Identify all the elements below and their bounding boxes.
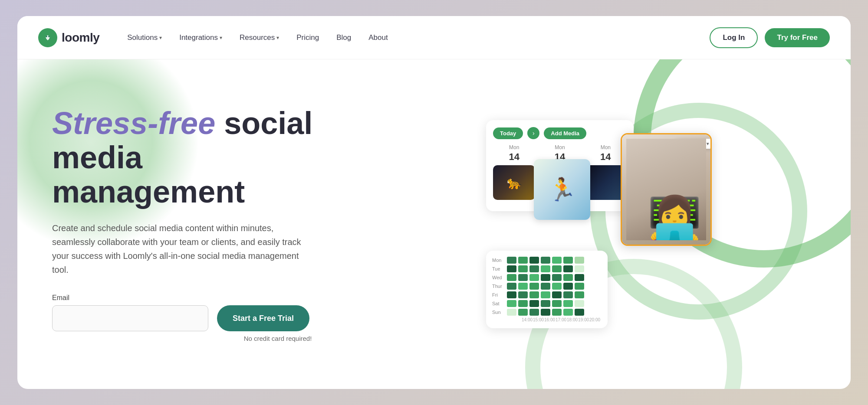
heatmap-cell xyxy=(541,257,550,264)
heatmap-cell xyxy=(529,274,539,281)
cal-day-label-2: Mon xyxy=(539,144,581,150)
heatmap-day-label: Wed xyxy=(492,275,505,280)
heatmap-cell xyxy=(541,309,550,316)
heatmap-cell xyxy=(575,309,584,316)
heatmap-cell xyxy=(541,283,550,290)
heatmap-cell xyxy=(507,257,516,264)
heatmap-cell xyxy=(518,300,528,307)
nav-about[interactable]: About xyxy=(362,30,395,46)
start-trial-button[interactable]: Start a Free Trial xyxy=(217,305,309,331)
heatmap-row: Wed xyxy=(492,274,602,281)
hero-subtext: Create and schedule social media content… xyxy=(52,221,312,277)
cal-header: Today › Add Media xyxy=(493,127,627,139)
cat-thumbnail: 🐆 xyxy=(493,165,535,200)
logo-icon xyxy=(38,28,57,47)
heatmap-cell xyxy=(575,274,584,281)
heatmap-cell xyxy=(563,300,573,307)
dashboard-mockup: Today › Add Media Mon 14 🐆 xyxy=(486,120,712,328)
heatmap-row: Tue xyxy=(492,265,602,272)
heatmap-day-label: Fri xyxy=(492,292,505,297)
nav-pricing[interactable]: Pricing xyxy=(289,30,326,46)
logo-text: loomly xyxy=(62,31,99,45)
resources-chevron-icon: ▾ xyxy=(276,35,279,41)
heatmap-cell xyxy=(575,257,584,264)
today-button[interactable]: Today xyxy=(493,127,523,139)
heatmap-times: 14:00 15:00 16:00 17:00 18:00 19:00 20:0… xyxy=(492,317,602,322)
headline-italic: Stress-free xyxy=(52,106,215,140)
nav-solutions[interactable]: Solutions ▾ xyxy=(120,30,169,46)
nav-integrations[interactable]: Integrations ▾ xyxy=(172,30,229,46)
time-1700: 17:00 xyxy=(556,317,565,322)
solutions-chevron-icon: ▾ xyxy=(159,35,162,41)
hero-form: Email Start a Free Trial No credit card … xyxy=(52,294,339,342)
time-2000: 20:00 xyxy=(589,317,599,322)
time-1600: 16:00 xyxy=(544,317,554,322)
heatmap-cell xyxy=(575,283,584,290)
heatmap-row: Thur xyxy=(492,283,602,290)
integrations-chevron-icon: ▾ xyxy=(220,35,222,41)
nav-blog[interactable]: Blog xyxy=(329,30,358,46)
hero-section: Stress-free social media management Crea… xyxy=(17,59,851,389)
heatmap-cell xyxy=(552,300,562,307)
heatmap-cell xyxy=(541,265,550,272)
cal-thumb-1: 🐆 xyxy=(493,165,535,200)
form-row: Start a Free Trial xyxy=(52,305,339,331)
heatmap-cell xyxy=(563,274,573,281)
heatmap-cell xyxy=(518,274,528,281)
main-card: loomly Solutions ▾ Integrations ▾ Resour… xyxy=(17,16,851,389)
heatmap-cell xyxy=(507,283,516,290)
heatmap-cell xyxy=(575,300,584,307)
heatmap-cell xyxy=(529,283,539,290)
heatmap-cell xyxy=(552,309,562,316)
next-arrow-button[interactable]: › xyxy=(527,127,539,139)
add-media-button[interactable]: Add Media xyxy=(544,127,586,139)
nav-resources[interactable]: Resources ▾ xyxy=(233,30,286,46)
heatmap-cell xyxy=(507,300,516,307)
heatmap-cell xyxy=(552,265,562,272)
heatmap-cell xyxy=(518,265,528,272)
heatmap-cell xyxy=(507,265,516,272)
heatmap-day-label: Mon xyxy=(492,258,505,263)
time-1900: 19:00 xyxy=(578,317,588,322)
heatmap-cell xyxy=(518,309,528,316)
heatmap-cell xyxy=(529,265,539,272)
logo-area[interactable]: loomly xyxy=(38,28,99,47)
heatmap-cell xyxy=(518,291,528,298)
login-button[interactable]: Log In xyxy=(710,27,758,48)
heatmap-cell xyxy=(518,257,528,264)
time-1400: 14:00 xyxy=(522,317,531,322)
email-label: Email xyxy=(52,294,339,302)
heatmap-card: MonTueWedThurFriSatSun 14:00 15:00 16:00… xyxy=(486,251,608,328)
heatmap-cell xyxy=(552,283,562,290)
heatmap-cell xyxy=(529,257,539,264)
hero-left: Stress-free social media management Crea… xyxy=(17,89,365,360)
time-1500: 15:00 xyxy=(533,317,542,322)
svg-point-2 xyxy=(48,36,50,37)
jump-icon: 🏃 xyxy=(548,176,576,203)
heatmap-cell xyxy=(529,309,539,316)
heatmap-cell xyxy=(541,300,550,307)
jump-card: 🏃 xyxy=(534,159,590,220)
cal-day-label-1: Mon xyxy=(493,144,535,150)
heatmap-cell xyxy=(552,274,562,281)
heatmap-day-label: Tue xyxy=(492,266,505,271)
heatmap-cell xyxy=(507,309,516,316)
heatmap-cell xyxy=(529,300,539,307)
heatmap-cell xyxy=(518,283,528,290)
heatmap-cell xyxy=(541,274,550,281)
heatmap-cell xyxy=(507,274,516,281)
nav-actions: Log In Try for Free xyxy=(710,27,830,48)
svg-point-1 xyxy=(46,36,47,37)
heatmap-day-label: Sat xyxy=(492,301,505,306)
navbar: loomly Solutions ▾ Integrations ▾ Resour… xyxy=(17,16,851,59)
email-input[interactable] xyxy=(52,305,208,331)
try-free-button[interactable]: Try for Free xyxy=(765,28,830,47)
heatmap-cell xyxy=(552,257,562,264)
schedule-chevron-icon: ▾ xyxy=(707,141,709,146)
heatmap-cell xyxy=(529,291,539,298)
heatmap-row: Sun xyxy=(492,309,602,316)
no-cc-text: No credit card required! xyxy=(52,335,339,342)
heatmap-cell xyxy=(563,257,573,264)
heatmap-cell xyxy=(563,309,573,316)
nav-links: Solutions ▾ Integrations ▾ Resources ▾ P… xyxy=(120,30,710,46)
